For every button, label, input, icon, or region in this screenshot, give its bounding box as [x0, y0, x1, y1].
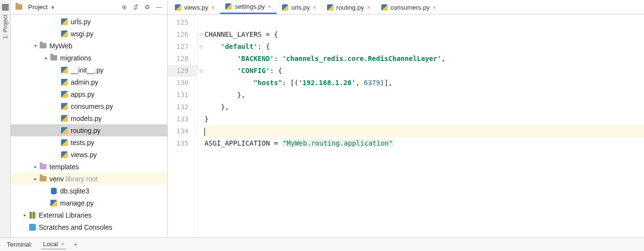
project-strip-label[interactable]: 1: Project — [2, 15, 9, 39]
tree-item--init-py[interactable]: __init__.py — [11, 64, 167, 76]
tree-twisty-icon[interactable]: ▾ — [32, 43, 39, 48]
gutter: 125126127128129130131132133134135 — [168, 15, 198, 237]
add-terminal-button[interactable]: + — [73, 240, 78, 249]
fold-marker[interactable] — [198, 125, 204, 137]
tab-views-py[interactable]: views.py× — [170, 0, 220, 14]
code-line[interactable]: 'BACKEND': 'channels_redis.core.RedisCha… — [204, 53, 644, 65]
locate-button[interactable]: ⊕ — [120, 3, 128, 12]
tree-item-consumers-py[interactable]: consumers.py — [11, 100, 167, 112]
collapse-all-button[interactable]: ⇵ — [131, 3, 140, 12]
code-line[interactable]: "hosts": [('192.168.1.20', 6379)], — [204, 77, 644, 89]
line-number[interactable]: 133 — [168, 113, 197, 125]
tpl-icon — [39, 163, 47, 171]
tree-item-scratches-and-consoles[interactable]: Scratches and Consoles — [11, 221, 167, 233]
tree-item-venv[interactable]: ▸venvlibrary root — [11, 173, 167, 185]
tree-item-templates[interactable]: ▸templates — [11, 161, 167, 173]
close-icon[interactable]: × — [61, 240, 65, 248]
py-icon — [60, 103, 69, 110]
tab-consumers-py[interactable]: consumers.py× — [376, 0, 442, 14]
tree-item-routing-py[interactable]: routing.py — [11, 124, 167, 136]
line-number[interactable]: 130 — [168, 77, 197, 89]
tree-twisty-icon[interactable]: ▸ — [32, 176, 39, 181]
tree-item-wsgi-py[interactable]: wsgi.py — [11, 28, 167, 40]
tree-item-label: consumers.py — [71, 103, 113, 110]
close-icon[interactable]: × — [367, 4, 371, 11]
tree-twisty-icon[interactable]: ▸ — [21, 212, 28, 218]
tab-routing-py[interactable]: routing.py× — [322, 0, 376, 14]
code-line[interactable] — [204, 125, 644, 137]
fold-marker[interactable] — [198, 16, 204, 29]
fold-marker[interactable] — [198, 101, 204, 113]
line-number[interactable]: 128 — [168, 53, 197, 65]
fold-marker[interactable]: ⊟ — [198, 65, 204, 77]
line-number[interactable]: 125 — [168, 16, 197, 29]
tree-item-models-py[interactable]: models.py — [11, 112, 167, 124]
tab-urls-py[interactable]: urls.py× — [277, 0, 322, 14]
code-line[interactable]: }, — [204, 89, 644, 101]
tree-item-label: db.sqlite3 — [60, 187, 89, 195]
tree-item-label: migrations — [60, 54, 92, 62]
py-icon — [60, 30, 69, 38]
tab-label: routing.py — [336, 4, 364, 11]
py-icon — [60, 90, 69, 98]
project-tree[interactable]: urls.pywsgi.py▾MyWeb▸migrations__init__.… — [11, 15, 167, 237]
tree-item-urls-py[interactable]: urls.py — [11, 15, 167, 28]
tree-item-label: urls.py — [71, 18, 91, 26]
tree-item-myweb[interactable]: ▾MyWeb — [11, 40, 167, 52]
line-number[interactable]: 135 — [168, 137, 197, 149]
hide-panel-button[interactable]: — — [155, 3, 163, 12]
close-icon[interactable]: × — [211, 4, 215, 11]
main-area: 1: Project Project ▼ ⊕ ⇵ ⚙ — urls.pywsgi… — [0, 0, 644, 237]
tree-item-views-py[interactable]: views.py — [11, 148, 167, 161]
code-editor[interactable]: CHANNEL_LAYERS = { 'default': { 'BACKEND… — [204, 15, 644, 237]
line-number[interactable]: 129 — [168, 65, 197, 77]
fold-marker[interactable] — [198, 89, 204, 101]
py-icon — [60, 18, 69, 26]
line-number[interactable]: 134 — [168, 125, 197, 137]
terminal-tab-local[interactable]: Local × — [41, 239, 67, 250]
line-number[interactable]: 126 — [168, 29, 197, 41]
python-file-icon — [327, 4, 333, 11]
settings-gear-icon[interactable]: ⚙ — [143, 3, 152, 12]
lib-icon — [28, 211, 37, 219]
fold-marker[interactable]: ⊟ — [198, 29, 204, 41]
tree-twisty-icon[interactable]: ▸ — [43, 55, 49, 60]
code-line[interactable]: ASGI_APPLICATION = "MyWeb.routing.applic… — [204, 137, 644, 149]
fold-marker[interactable] — [198, 77, 204, 89]
editor-body: 125126127128129130131132133134135 ⊟⊟⊟ CH… — [168, 15, 644, 237]
editor-area: views.py×settings.py×urls.py×routing.py×… — [168, 0, 644, 237]
code-line[interactable]: }, — [204, 101, 644, 113]
tree-item-manage-py[interactable]: manage.py — [11, 197, 167, 209]
close-icon[interactable]: × — [433, 4, 437, 11]
terminal-label[interactable]: Terminal: — [5, 240, 34, 249]
tab-settings-py[interactable]: settings.py× — [220, 0, 277, 14]
tab-label: urls.py — [291, 4, 310, 11]
fold-marker[interactable] — [198, 113, 204, 125]
tree-item-label: __init__.py — [71, 66, 104, 74]
code-line[interactable]: CHANNEL_LAYERS = { — [204, 29, 644, 41]
tree-twisty-icon[interactable]: ▸ — [32, 164, 39, 169]
tree-item-external-libraries[interactable]: ▸External Libraries — [11, 209, 167, 221]
fold-marker[interactable] — [198, 137, 204, 149]
tree-item-db-sqlite3[interactable]: db.sqlite3 — [11, 185, 167, 197]
code-line[interactable]: 'CONFIG': { — [204, 65, 644, 77]
close-icon[interactable]: × — [268, 3, 272, 10]
close-icon[interactable]: × — [313, 4, 317, 11]
fold-marker[interactable] — [198, 53, 204, 65]
code-line[interactable]: } — [204, 113, 644, 125]
fold-marker[interactable]: ⊟ — [198, 41, 204, 53]
tree-item-admin-py[interactable]: admin.py — [11, 76, 167, 88]
tree-item-apps-py[interactable]: apps.py — [11, 88, 167, 100]
code-line[interactable] — [204, 16, 644, 29]
line-number[interactable]: 132 — [168, 101, 197, 113]
tree-item-migrations[interactable]: ▸migrations — [11, 52, 167, 64]
code-line[interactable]: 'default': { — [204, 41, 644, 53]
tree-item-label: External Libraries — [39, 211, 92, 219]
tree-item-label: tests.py — [71, 139, 94, 147]
tab-label: consumers.py — [391, 4, 430, 11]
project-header-title[interactable]: Project ▼ — [28, 3, 117, 11]
project-strip-icon[interactable] — [2, 4, 9, 11]
line-number[interactable]: 131 — [168, 89, 197, 101]
tree-item-tests-py[interactable]: tests.py — [11, 136, 167, 148]
line-number[interactable]: 127 — [168, 41, 197, 53]
